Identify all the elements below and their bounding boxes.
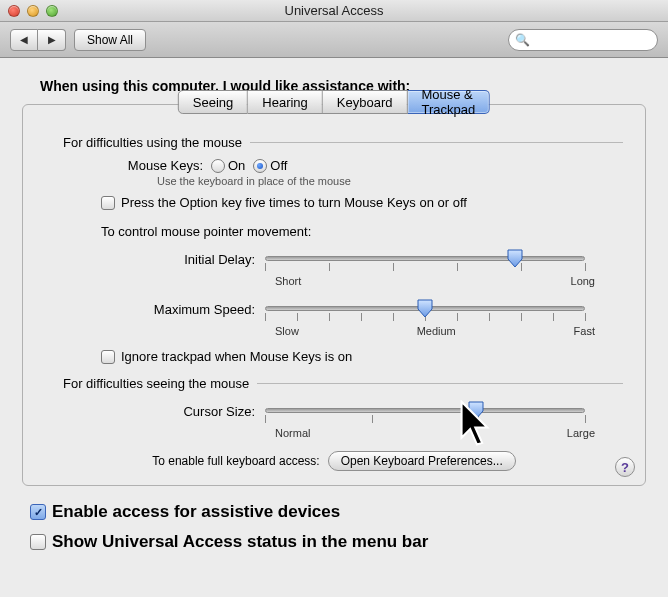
- mouse-keys-on-radio[interactable]: [211, 159, 225, 173]
- slider-thumb-icon: [506, 248, 524, 268]
- show-status-row: Show Universal Access status in the menu…: [30, 532, 646, 552]
- initial-delay-row: Initial Delay:: [45, 247, 623, 271]
- titlebar: Universal Access: [0, 0, 668, 22]
- max-speed-label: Maximum Speed:: [45, 302, 265, 317]
- section-using-mouse: For difficulties using the mouse: [63, 135, 623, 150]
- zoom-window-button[interactable]: [46, 5, 58, 17]
- show-status-label: Show Universal Access status in the menu…: [52, 532, 428, 552]
- pane-mouse-trackpad: For difficulties using the mouse Mouse K…: [22, 104, 646, 486]
- tab-keyboard-label: Keyboard: [337, 95, 393, 110]
- tab-bar: Seeing Hearing Keyboard Mouse & Trackpad: [178, 90, 490, 114]
- tab-hearing[interactable]: Hearing: [248, 90, 323, 114]
- close-window-button[interactable]: [8, 5, 20, 17]
- max-speed-row: Maximum Speed:: [45, 297, 623, 321]
- initial-delay-max: Long: [571, 275, 595, 287]
- forward-button[interactable]: ▶: [38, 29, 66, 51]
- ignore-trackpad-row: Ignore trackpad when Mouse Keys is on: [101, 349, 623, 364]
- section-seeing-mouse-label: For difficulties seeing the mouse: [63, 376, 249, 391]
- max-speed-slider[interactable]: [265, 297, 585, 321]
- window-title: Universal Access: [0, 3, 668, 18]
- minimize-window-button[interactable]: [27, 5, 39, 17]
- ignore-trackpad-label: Ignore trackpad when Mouse Keys is on: [121, 349, 352, 364]
- mouse-keys-hint: Use the keyboard in place of the mouse: [157, 175, 623, 187]
- kbd-access-label: To enable full keyboard access:: [152, 454, 319, 468]
- nav-back-forward: ◀ ▶: [10, 29, 66, 51]
- mouse-keys-row: Mouse Keys: On Off: [101, 158, 623, 173]
- cursor-size-row: Cursor Size:: [45, 399, 623, 423]
- tab-mouse-label: Mouse & Trackpad: [421, 87, 475, 117]
- enable-assistive-label: Enable access for assistive devices: [52, 502, 340, 522]
- show-status-checkbox[interactable]: [30, 534, 46, 550]
- tab-hearing-label: Hearing: [262, 95, 308, 110]
- option-toggle-row: Press the Option key five times to turn …: [101, 195, 623, 210]
- window-controls: [0, 5, 58, 17]
- initial-delay-min: Short: [275, 275, 301, 287]
- slider-thumb-icon: [416, 298, 434, 318]
- control-movement-heading: To control mouse pointer movement:: [101, 224, 623, 239]
- divider: [257, 383, 623, 384]
- tab-seeing[interactable]: Seeing: [178, 90, 248, 114]
- search-icon: 🔍: [515, 33, 530, 47]
- mouse-keys-on-label: On: [228, 158, 245, 173]
- enable-assistive-checkbox[interactable]: [30, 504, 46, 520]
- enable-assistive-row: Enable access for assistive devices: [30, 502, 646, 522]
- max-speed-max: Fast: [574, 325, 595, 337]
- open-kbd-pref-row: To enable full keyboard access: Open Key…: [45, 451, 623, 471]
- open-keyboard-prefs-button[interactable]: Open Keyboard Preferences...: [328, 451, 516, 471]
- cursor-size-label: Cursor Size:: [45, 404, 265, 419]
- back-button[interactable]: ◀: [10, 29, 38, 51]
- initial-delay-slider[interactable]: [265, 247, 585, 271]
- cursor-size-max: Large: [567, 427, 595, 439]
- back-icon: ◀: [20, 34, 28, 45]
- tab-mouse-trackpad[interactable]: Mouse & Trackpad: [407, 90, 490, 114]
- mouse-keys-off-radio[interactable]: [253, 159, 267, 173]
- slider-thumb-icon: [467, 400, 485, 420]
- show-all-button[interactable]: Show All: [74, 29, 146, 51]
- mouse-keys-off-label: Off: [270, 158, 287, 173]
- tab-keyboard[interactable]: Keyboard: [323, 90, 408, 114]
- cursor-size-scale: Normal Large: [275, 427, 595, 439]
- bottom-options: Enable access for assistive devices Show…: [30, 502, 646, 552]
- help-icon: ?: [621, 460, 629, 475]
- option-toggle-label: Press the Option key five times to turn …: [121, 195, 467, 210]
- toolbar: ◀ ▶ Show All 🔍: [0, 22, 668, 58]
- max-speed-mid: Medium: [417, 325, 456, 337]
- section-using-mouse-label: For difficulties using the mouse: [63, 135, 242, 150]
- forward-icon: ▶: [48, 34, 56, 45]
- cursor-size-min: Normal: [275, 427, 310, 439]
- help-button[interactable]: ?: [615, 457, 635, 477]
- ignore-trackpad-checkbox[interactable]: [101, 350, 115, 364]
- search-input[interactable]: 🔍: [508, 29, 658, 51]
- initial-delay-label: Initial Delay:: [45, 252, 265, 267]
- initial-delay-scale: Short Long: [275, 275, 595, 287]
- max-speed-min: Slow: [275, 325, 299, 337]
- show-all-label: Show All: [87, 33, 133, 47]
- section-seeing-mouse: For difficulties seeing the mouse: [63, 376, 623, 391]
- max-speed-scale: Slow Medium Fast: [275, 325, 595, 337]
- divider: [250, 142, 623, 143]
- open-keyboard-prefs-label: Open Keyboard Preferences...: [341, 454, 503, 468]
- content: When using this computer, I would like a…: [0, 58, 668, 572]
- cursor-size-slider[interactable]: [265, 399, 585, 423]
- mouse-keys-label: Mouse Keys:: [101, 158, 211, 173]
- tab-seeing-label: Seeing: [193, 95, 233, 110]
- option-toggle-checkbox[interactable]: [101, 196, 115, 210]
